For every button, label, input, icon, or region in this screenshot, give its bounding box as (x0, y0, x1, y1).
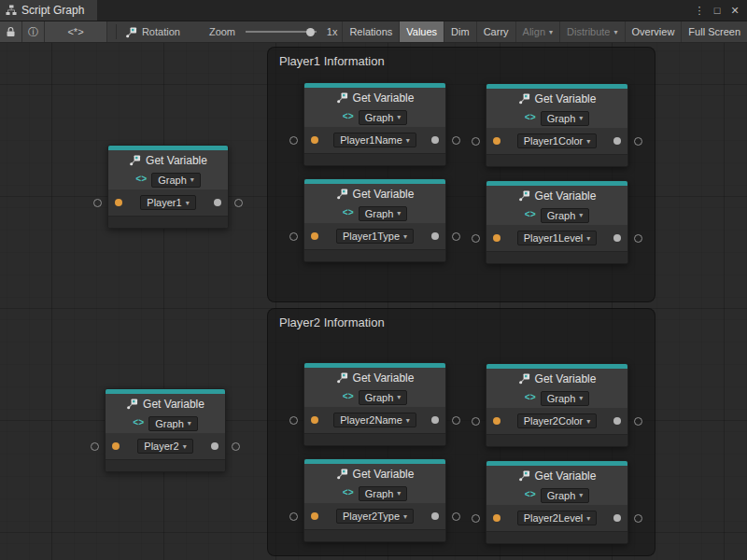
caret-down-icon: ▾ (579, 211, 583, 219)
output-port[interactable] (214, 199, 221, 206)
zoom-slider-knob[interactable] (306, 28, 315, 36)
output-port[interactable] (431, 416, 439, 424)
variable-kind-dropdown[interactable]: Graph▾ (359, 486, 408, 501)
input-port[interactable] (493, 137, 500, 145)
node-get-variable-player2level[interactable]: Get Variable<>Graph▾Player2Level▾ (486, 460, 628, 544)
zoom-slider[interactable] (246, 31, 317, 33)
graph-canvas[interactable]: Player1 InformationPlayer2 InformationGe… (0, 43, 747, 560)
toolbar-button-relations[interactable]: Relations (342, 21, 399, 42)
node-get-variable-player1type[interactable]: Get Variable<>Graph▾Player1Type▾ (303, 178, 446, 262)
node-get-variable-player1name[interactable]: Get Variable<>Graph▾Player1Name▾ (303, 82, 446, 166)
input-port[interactable] (112, 442, 120, 450)
connection-point-left[interactable] (472, 234, 480, 243)
connection-point-right[interactable] (634, 234, 642, 243)
tab-script-graph[interactable]: Script Graph (0, 0, 97, 21)
connection-point-right[interactable] (232, 442, 240, 451)
connection-point-left[interactable] (91, 442, 99, 451)
variable-kind-dropdown[interactable]: Graph▾ (359, 110, 408, 125)
caret-down-icon: ▾ (579, 491, 583, 499)
variable-kind-dropdown[interactable]: Graph▾ (541, 208, 590, 223)
node-header: Get Variable (486, 89, 627, 108)
node-get-variable-player2color[interactable]: Get Variable<>Graph▾Player2Color▾ (486, 363, 628, 447)
inspector-button[interactable]: ⓘ (22, 21, 45, 42)
lock-button[interactable] (0, 21, 22, 42)
toolbar: ⓘ <*> Rotation Zoom 1x RelationsValuesDi… (0, 21, 747, 43)
variable-name-dropdown[interactable]: Player1Color▾ (517, 133, 598, 148)
node-header: Get Variable (486, 186, 627, 205)
connection-point-right[interactable] (452, 136, 460, 145)
input-port[interactable] (493, 417, 500, 425)
variable-name-dropdown[interactable]: Player1Type▾ (336, 229, 414, 244)
input-port[interactable] (311, 232, 318, 240)
connection-point-left[interactable] (289, 232, 298, 241)
output-port[interactable] (613, 514, 621, 522)
maximize-icon[interactable]: □ (710, 1, 725, 20)
connection-point-right[interactable] (452, 416, 460, 425)
variable-name-dropdown[interactable]: Player2Color▾ (517, 413, 598, 428)
node-get-variable-player1[interactable]: Get Variable<>Graph▾Player1▾ (107, 145, 229, 229)
variable-kind-dropdown[interactable]: Graph▾ (541, 488, 590, 503)
output-port[interactable] (211, 442, 218, 450)
connection-point-left[interactable] (472, 514, 480, 523)
node-footer (108, 216, 228, 228)
connection-point-left[interactable] (472, 137, 480, 146)
menu-icon[interactable]: ⋮ (692, 1, 707, 20)
toolbar-button-carry[interactable]: Carry (476, 21, 515, 42)
toolbar-button-dim[interactable]: Dim (444, 21, 476, 42)
variable-kind-dropdown[interactable]: Graph▾ (151, 173, 201, 188)
output-port[interactable] (431, 512, 439, 520)
output-port[interactable] (431, 136, 439, 144)
variable-name-dropdown[interactable]: Player1Name▾ (333, 133, 416, 147)
connection-point-right[interactable] (634, 514, 642, 523)
caret-down-icon: ▾ (397, 489, 401, 497)
toolbar-buttons: RelationsValuesDimCarryAlign▾Distribute▾… (342, 21, 747, 42)
toolbar-button-overview[interactable]: Overview (625, 21, 682, 42)
connection-point-right[interactable] (234, 199, 243, 207)
node-get-variable-player2name[interactable]: Get Variable<>Graph▾Player2Name▾ (303, 362, 446, 446)
variable-name-dropdown-label: Player1Color (524, 135, 584, 147)
toolbar-button-full-screen[interactable]: Full Screen (681, 21, 747, 42)
input-port[interactable] (311, 512, 318, 520)
node-get-variable-player1color[interactable]: Get Variable<>Graph▾Player1Color▾ (486, 83, 628, 167)
output-port[interactable] (613, 234, 621, 242)
variable-kind-dropdown[interactable]: Graph▾ (541, 391, 590, 406)
output-port[interactable] (613, 137, 621, 145)
connection-point-right[interactable] (634, 417, 642, 426)
input-port[interactable] (493, 234, 500, 242)
connection-point-left[interactable] (472, 417, 480, 426)
output-port[interactable] (613, 417, 621, 425)
input-port[interactable] (115, 199, 122, 206)
variable-name-dropdown[interactable]: Player1▾ (140, 195, 195, 210)
input-port[interactable] (311, 136, 318, 144)
node-get-variable-player2type[interactable]: Get Variable<>Graph▾Player2Type▾ (303, 458, 446, 542)
variable-name-dropdown[interactable]: Player1Level▾ (517, 231, 598, 245)
variable-kind-dropdown[interactable]: Graph▾ (148, 416, 198, 431)
variable-name-dropdown[interactable]: Player2Level▾ (517, 511, 598, 525)
connection-point-left[interactable] (289, 136, 298, 145)
connection-point-left[interactable] (289, 416, 298, 425)
variable-name-dropdown[interactable]: Player2Type▾ (336, 509, 414, 524)
node-header: Get Variable (486, 466, 627, 485)
connection-point-left[interactable] (289, 512, 298, 521)
variable-kind-dropdown[interactable]: Graph▾ (359, 390, 408, 405)
node-get-variable-player2[interactable]: Get Variable<>Graph▾Player2▾ (105, 388, 226, 472)
variable-name-dropdown[interactable]: Player2Name▾ (333, 413, 416, 427)
input-port[interactable] (493, 514, 500, 522)
connection-point-right[interactable] (452, 512, 460, 521)
input-port[interactable] (311, 416, 318, 424)
toolbar-button-values[interactable]: Values (399, 21, 444, 42)
connection-point-right[interactable] (452, 232, 460, 241)
node-get-variable-player1level[interactable]: Get Variable<>Graph▾Player1Level▾ (486, 180, 628, 264)
node-title: Get Variable (353, 188, 415, 201)
connection-point-right[interactable] (634, 137, 642, 146)
variable-name-dropdown[interactable]: Player2▾ (137, 439, 192, 454)
tab-title: Script Graph (21, 4, 84, 17)
variable-kind-dropdown[interactable]: Graph▾ (359, 206, 408, 221)
close-icon[interactable]: ✕ (727, 1, 742, 20)
zoom-label: Zoom (209, 26, 235, 37)
variables-button[interactable]: <*> (45, 21, 107, 42)
output-port[interactable] (431, 232, 439, 240)
node-footer (486, 154, 627, 166)
variable-kind-dropdown[interactable]: Graph▾ (541, 111, 590, 126)
connection-point-left[interactable] (93, 199, 102, 207)
